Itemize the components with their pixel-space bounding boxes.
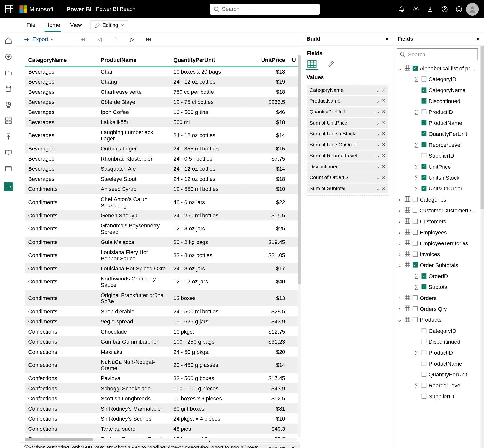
remove-icon[interactable]: ✕: [382, 98, 386, 104]
table-row[interactable]: CondimentsNorthwoods Cranberry Sauce12 -…: [25, 273, 300, 290]
tree-field[interactable]: ∑CategoryID: [397, 74, 478, 84]
expand-chevron-icon[interactable]: ⌄: [397, 317, 403, 323]
table-row[interactable]: BeveragesIpoh Coffee16 - 500 g tins$46: [25, 107, 300, 117]
table-row[interactable]: CondimentsGenen Shouyu24 - 250 ml bottle…: [25, 210, 300, 221]
export-button[interactable]: Export: [21, 34, 57, 44]
tree-field[interactable]: ∑ProductID: [397, 106, 478, 117]
tree-field[interactable]: ✓ProductName: [397, 117, 478, 128]
field-well-item[interactable]: Count of OrderID⌄✕: [307, 172, 388, 183]
nav-datahub-icon[interactable]: [3, 84, 14, 94]
current-workspace-badge[interactable]: PB: [4, 182, 13, 191]
remove-icon[interactable]: ✕: [382, 131, 386, 137]
collapse-pane-icon[interactable]: »: [385, 36, 388, 42]
tree-field[interactable]: ∑✓UnitPrice: [397, 161, 478, 172]
checkbox[interactable]: [413, 219, 418, 224]
edit-mode-dropdown[interactable]: Editing: [90, 20, 129, 30]
expand-chevron-icon[interactable]: ⌄: [397, 262, 403, 268]
nav-metrics-icon[interactable]: [3, 100, 14, 110]
checkbox[interactable]: [412, 208, 417, 213]
checkbox[interactable]: [413, 241, 418, 245]
table-row[interactable]: ConfectionsNuNuCa Nuß-Nougat-Creme20 - 4…: [25, 357, 300, 373]
tree-field[interactable]: ✓QuantityPerUnit: [397, 128, 478, 139]
tree-table[interactable]: ›Invoices: [397, 249, 478, 260]
notifications-icon[interactable]: [395, 2, 409, 16]
remove-icon[interactable]: ✕: [382, 186, 386, 191]
remove-icon[interactable]: ✕: [382, 142, 386, 148]
expand-chevron-icon[interactable]: ›: [397, 295, 403, 301]
tree-field[interactable]: ∑✓UnitsOnOrder: [397, 183, 478, 194]
tree-field[interactable]: ∑✓Subtotal: [397, 281, 478, 292]
values-well[interactable]: CategoryName⌄✕ProductName⌄✕QuantityPerUn…: [306, 83, 389, 196]
checkbox[interactable]: [422, 339, 426, 344]
checkbox[interactable]: [413, 252, 418, 257]
field-well-item[interactable]: Discontinued⌄✕: [307, 162, 388, 172]
checkbox[interactable]: ✓: [422, 142, 426, 147]
checkbox[interactable]: [422, 383, 426, 388]
tree-field[interactable]: ∑✓OrderID: [397, 270, 478, 281]
checkbox[interactable]: [422, 76, 426, 81]
tree-field[interactable]: ∑ProductID: [397, 347, 478, 358]
expand-chevron-icon[interactable]: ›: [397, 240, 403, 246]
nav-deploy-icon[interactable]: [3, 132, 14, 142]
checkbox[interactable]: [422, 328, 426, 333]
field-well-item[interactable]: Sum of UnitsInStock⌄✕: [307, 129, 388, 139]
tree-field[interactable]: QuantityPerUnit: [397, 369, 478, 380]
checkbox[interactable]: ✓: [413, 66, 418, 71]
table-row[interactable]: BeveragesChang24 - 12 oz bottles$19: [25, 76, 300, 87]
tree-field[interactable]: ✓CategoryName: [397, 85, 478, 95]
settings-icon[interactable]: [409, 2, 423, 16]
tab-view[interactable]: View: [65, 18, 87, 32]
chevron-down-icon[interactable]: ⌄: [376, 153, 380, 159]
table-row[interactable]: ConfectionsGumbär Gummibärchen100 - 250 …: [25, 336, 300, 347]
close-icon[interactable]: ✕: [291, 444, 296, 448]
checkbox[interactable]: ✓: [422, 88, 426, 93]
report-table[interactable]: CategoryNameProductNameQuantityPerUnitUn…: [25, 54, 300, 448]
checkbox[interactable]: ✓: [422, 98, 426, 103]
column-header[interactable]: CategoryName: [25, 54, 98, 66]
table-row[interactable]: ConfectionsSir Rodney's Scones24 pkgs. x…: [25, 413, 300, 424]
chevron-down-icon[interactable]: ⌄: [376, 164, 380, 169]
checkbox[interactable]: [422, 394, 426, 399]
chevron-down-icon[interactable]: ⌄: [376, 142, 380, 148]
table-row[interactable]: CondimentsVegie-spread15 - 625 g jars$43…: [25, 316, 300, 326]
account-avatar[interactable]: [466, 3, 479, 15]
help-icon[interactable]: [438, 2, 452, 16]
tree-table[interactable]: ›Customers: [397, 216, 478, 227]
fields-scrollbar[interactable]: [480, 46, 484, 448]
tree-field[interactable]: SupplierID: [397, 391, 478, 402]
feedback-icon[interactable]: [452, 2, 466, 16]
table-row[interactable]: CondimentsAniseed Syrup12 - 550 ml bottl…: [25, 184, 300, 194]
chevron-down-icon[interactable]: ⌄: [376, 175, 380, 181]
expand-chevron-icon[interactable]: ›: [397, 306, 403, 312]
tree-field[interactable]: ∑ReorderLevel: [397, 380, 478, 391]
tree-field[interactable]: Discontinued: [397, 336, 478, 347]
tree-field[interactable]: CategoryID: [397, 325, 478, 336]
checkbox[interactable]: ✓: [422, 164, 426, 169]
workspace-name[interactable]: Power BI Reach: [96, 6, 135, 12]
table-row[interactable]: CondimentsOriginal Frankfurter grüne Soß…: [25, 290, 300, 306]
table-row[interactable]: BeveragesOutback Lager24 - 355 ml bottle…: [25, 143, 300, 153]
horizontal-scrollbar[interactable]: [25, 438, 297, 441]
chevron-down-icon[interactable]: ⌄: [376, 186, 380, 191]
chevron-down-icon[interactable]: ⌄: [376, 120, 380, 126]
table-row[interactable]: BeveragesLakkalikööri500 ml$18: [25, 117, 300, 127]
nav-browse-icon[interactable]: [3, 68, 14, 78]
expand-chevron-icon[interactable]: ⌄: [397, 65, 403, 71]
table-visual-icon[interactable]: [306, 59, 318, 70]
field-well-item[interactable]: ProductName⌄✕: [307, 96, 388, 106]
nav-last-icon[interactable]: ⏭: [142, 36, 156, 43]
checkbox[interactable]: [413, 230, 418, 235]
table-row[interactable]: BeveragesCôte de Blaye12 - 75 cl bottles…: [25, 97, 300, 107]
chevron-down-icon[interactable]: ⌄: [376, 98, 380, 104]
table-row[interactable]: BeveragesChartreuse verte750 cc per bott…: [25, 87, 300, 97]
checkbox[interactable]: [413, 306, 418, 311]
checkbox[interactable]: ✓: [422, 284, 426, 289]
checkbox[interactable]: [422, 109, 426, 114]
tree-field[interactable]: ∑✓UnitsInStock: [397, 172, 478, 183]
checkbox[interactable]: [422, 361, 426, 366]
global-search[interactable]: Search: [210, 3, 320, 14]
table-row[interactable]: BeveragesLaughing Lumberjack Lager24 - 1…: [25, 127, 300, 143]
tab-file[interactable]: File: [21, 18, 40, 32]
nav-create-icon[interactable]: [3, 52, 14, 62]
checkbox[interactable]: ✓: [422, 273, 426, 278]
